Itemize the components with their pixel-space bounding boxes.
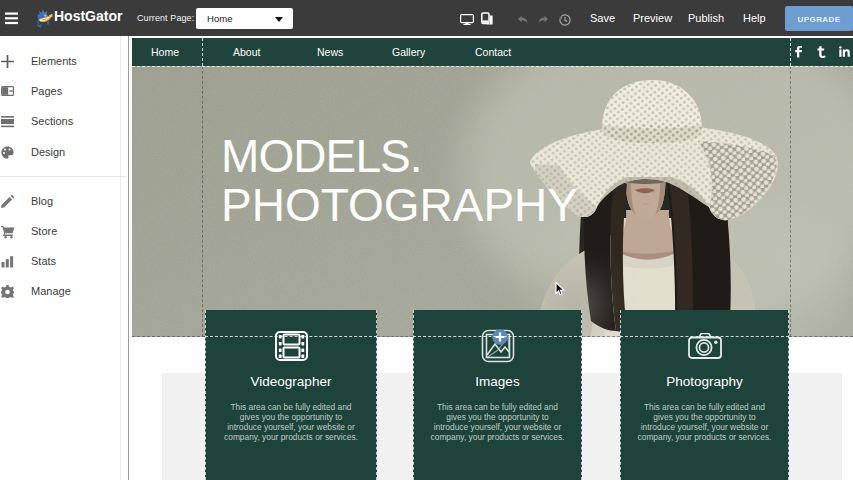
svg-text:PHOTOGRAPHY: PHOTOGRAPHY [221,179,578,231]
svg-text:MODELS.: MODELS. [221,130,422,182]
